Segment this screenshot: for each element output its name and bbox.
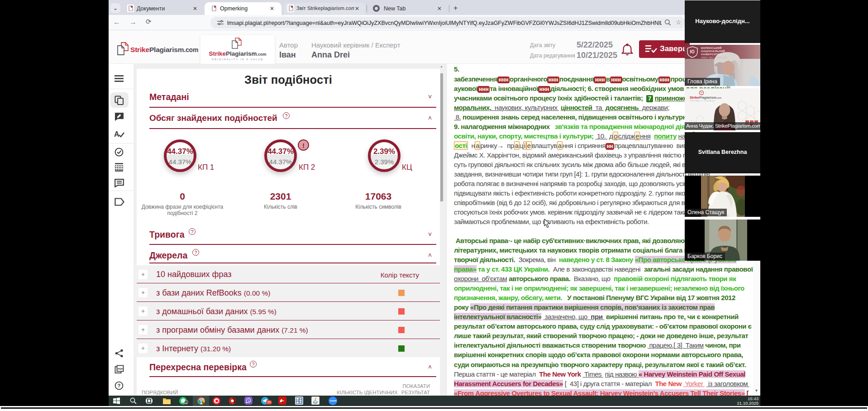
svg-text:Ю: Ю: [690, 49, 695, 54]
svg-text:?: ?: [118, 383, 121, 388]
svg-text:A: A: [114, 130, 119, 138]
svg-text:PDF: PDF: [118, 368, 123, 370]
